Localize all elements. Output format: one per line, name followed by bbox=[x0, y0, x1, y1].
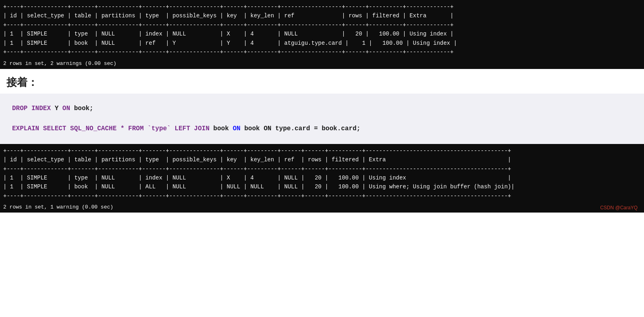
kw-select: SELECT bbox=[43, 125, 66, 132]
section-label: 接着： bbox=[0, 69, 644, 94]
terminal2-border-bottom: +----+-------------+-------+------------… bbox=[3, 193, 511, 199]
kw-sql-no-cache: SQL_NO_CACHE bbox=[70, 125, 116, 132]
kw-book: book; bbox=[74, 105, 93, 112]
terminal1-border-mid: +----+-------------+-------+------------… bbox=[3, 22, 453, 28]
terminal2-row1: | 1 | SIMPLE | type | NULL | index | NUL… bbox=[3, 175, 511, 181]
watermark: CSDN @CaraYQ bbox=[597, 204, 641, 211]
terminal1-row1: | 1 | SIMPLE | type | NULL | index | NUL… bbox=[3, 31, 453, 37]
kw-type-table: `type` bbox=[147, 125, 171, 132]
terminal2-footer: 2 rows in set, 1 warning (0.00 sec) CSDN… bbox=[0, 203, 644, 213]
kw-book-on: book bbox=[213, 125, 233, 132]
kw-from: FROM bbox=[128, 125, 143, 132]
kw-index: INDEX bbox=[31, 105, 51, 112]
kw-on-keyword: ON bbox=[233, 125, 240, 132]
terminal2-border-top: +----+-------------+-------+------------… bbox=[3, 148, 511, 154]
terminal2-row2: | 1 | SIMPLE | book | NULL | ALL | NULL … bbox=[3, 184, 515, 190]
code-line-2: EXPLAIN SELECT SQL_NO_CACHE * FROM `type… bbox=[12, 122, 632, 136]
code-block: DROP INDEX Y ON book; EXPLAIN SELECT SQL… bbox=[0, 94, 644, 144]
terminal1-result: 2 rows in set, 2 warnings (0.00 sec) bbox=[0, 59, 644, 69]
kw-on: ON bbox=[62, 105, 70, 112]
terminal2-border-mid: +----+-------------+-------+------------… bbox=[3, 166, 511, 172]
kw-join: JOIN bbox=[194, 125, 209, 132]
terminal-block-2: +----+-------------+-------+------------… bbox=[0, 144, 644, 203]
kw-star: * bbox=[120, 125, 125, 132]
terminal-block-1: +----+-------------+-------+------------… bbox=[0, 0, 644, 59]
kw-y: Y bbox=[55, 105, 59, 112]
terminal1-border-bottom: +----+-------------+-------+------------… bbox=[3, 49, 453, 55]
terminal1-border-top: +----+-------------+-------+------------… bbox=[3, 4, 453, 10]
terminal2-result: 2 rows in set, 1 warning (0.00 sec) bbox=[3, 204, 113, 211]
kw-drop: DROP bbox=[12, 105, 27, 112]
terminal1-row2: | 1 | SIMPLE | book | NULL | ref | Y | Y… bbox=[3, 40, 457, 46]
code-spacer bbox=[12, 116, 632, 122]
kw-explain: EXPLAIN bbox=[12, 125, 39, 132]
kw-left: LEFT bbox=[175, 125, 190, 132]
terminal2-header: | id | select_type | table | partitions … bbox=[3, 156, 511, 163]
code-line-1: DROP INDEX Y ON book; bbox=[12, 102, 632, 116]
terminal1-header: | id | select_type | table | partitions … bbox=[3, 13, 453, 19]
kw-join-condition: book ON type.card = book.card; bbox=[244, 125, 360, 132]
